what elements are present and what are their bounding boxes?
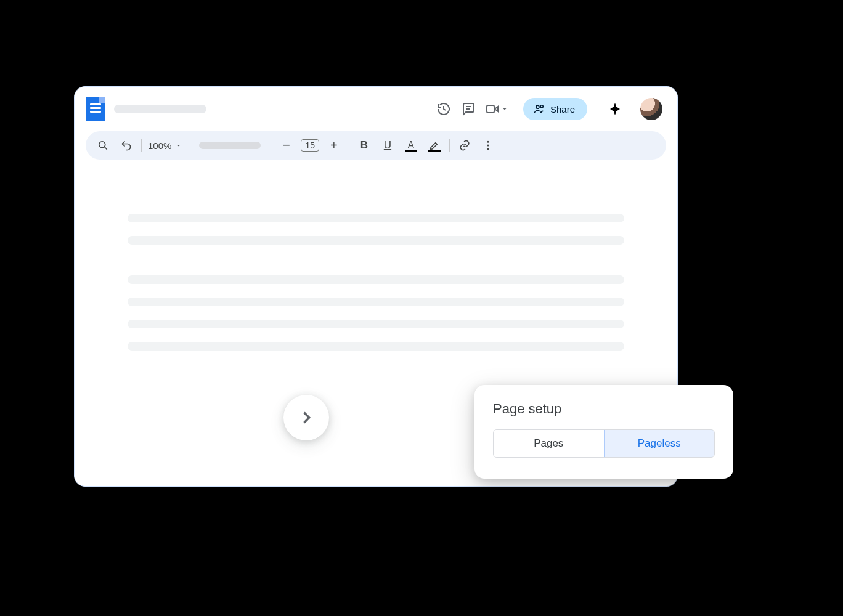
page-mode-segmented-control: Pages Pageless [493, 429, 715, 458]
underline-button[interactable]: U [379, 137, 396, 154]
chevron-right-icon [298, 409, 315, 426]
pages-option[interactable]: Pages [494, 430, 605, 457]
svg-point-4 [536, 105, 539, 108]
chevron-down-icon [175, 142, 182, 149]
document-title-placeholder[interactable] [114, 105, 206, 113]
text-line-placeholder [128, 214, 624, 222]
bold-button[interactable]: B [356, 137, 373, 154]
meet-button[interactable] [485, 102, 508, 116]
popup-title: Page setup [493, 401, 715, 417]
svg-point-8 [487, 141, 489, 143]
toolbar-separator [449, 139, 450, 152]
text-line-placeholder [128, 275, 624, 284]
zoom-select[interactable]: 100% [148, 140, 182, 151]
toolbar-separator [141, 139, 142, 152]
text-line-placeholder [128, 320, 624, 328]
svg-point-9 [487, 145, 489, 147]
insert-link-icon[interactable] [456, 137, 473, 154]
pageless-option[interactable]: Pageless [604, 429, 715, 458]
search-icon[interactable] [94, 137, 112, 154]
sparkle-icon[interactable] [607, 101, 623, 117]
increase-font-size-button[interactable]: + [325, 137, 343, 154]
chevron-down-icon [501, 105, 508, 113]
toolbar: 100% − 15 + B U A [86, 131, 666, 160]
toolbar-separator [189, 139, 189, 152]
page-setup-popup: Page setup Pages Pageless [474, 385, 733, 479]
text-line-placeholder [128, 236, 624, 245]
text-line-placeholder [128, 342, 624, 351]
comment-icon[interactable] [460, 101, 476, 117]
user-avatar[interactable] [640, 98, 662, 120]
history-icon[interactable] [436, 101, 452, 117]
font-family-placeholder[interactable] [199, 142, 261, 149]
svg-rect-2 [487, 105, 494, 113]
highlight-color-button[interactable] [426, 137, 443, 154]
svg-point-6 [99, 142, 105, 148]
app-header: Share [75, 87, 677, 131]
svg-point-5 [540, 105, 543, 108]
expand-arrow-button[interactable] [283, 395, 329, 440]
font-size-input[interactable]: 15 [301, 139, 319, 152]
share-button[interactable]: Share [523, 98, 587, 120]
toolbar-separator [349, 139, 349, 152]
zoom-value: 100% [148, 140, 171, 151]
share-label: Share [550, 104, 575, 115]
people-icon [533, 103, 545, 115]
docs-logo-icon[interactable] [86, 97, 105, 121]
svg-line-7 [105, 147, 107, 150]
svg-marker-3 [495, 107, 498, 111]
more-menu-icon[interactable] [479, 137, 497, 154]
text-color-button[interactable]: A [402, 137, 420, 154]
svg-point-10 [487, 148, 489, 150]
text-line-placeholder [128, 298, 624, 306]
undo-icon[interactable] [118, 137, 135, 154]
decrease-font-size-button[interactable]: − [277, 137, 295, 154]
toolbar-separator [271, 139, 271, 152]
